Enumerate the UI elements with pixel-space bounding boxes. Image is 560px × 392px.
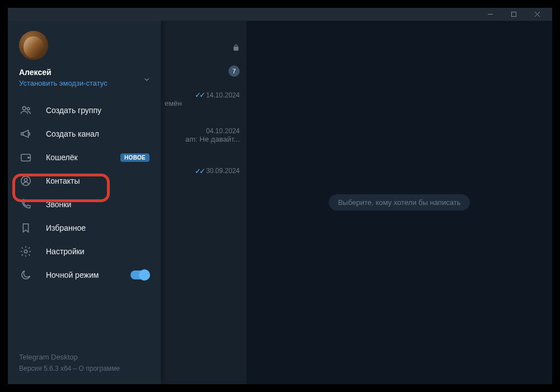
bookmark-icon — [19, 221, 32, 235]
menu-label: Настройки — [46, 247, 85, 256]
svg-point-7 — [28, 157, 29, 158]
gear-icon — [19, 245, 32, 258]
svg-point-4 — [22, 106, 26, 110]
content-area: 7 ✓✓14.10.2024 емён 04.10.2024 am: Не да… — [8, 21, 552, 384]
chat-date: ✓✓30.09.2024 — [195, 167, 240, 175]
menu-label: Контакты — [46, 176, 80, 185]
app-window: 7 ✓✓14.10.2024 емён 04.10.2024 am: Не да… — [8, 8, 552, 384]
menu-label: Создать группу — [46, 106, 101, 115]
menu-night-mode[interactable]: Ночной режим — [8, 263, 161, 287]
chevron-down-icon[interactable] — [143, 76, 151, 86]
profile-block: Алексей Установить эмодзи-статус — [8, 21, 161, 95]
chat-area: Выберите, кому хотели бы написать — [246, 21, 552, 384]
set-emoji-status[interactable]: Установить эмодзи-статус — [19, 79, 150, 87]
wallet-icon — [19, 151, 32, 164]
unread-badge: 7 — [228, 66, 240, 77]
menu-wallet[interactable]: Кошелёк НОВОЕ — [8, 146, 161, 169]
menu-label: Кошелёк — [46, 153, 78, 162]
close-button[interactable] — [525, 8, 549, 21]
lock-icon — [232, 44, 240, 53]
menu-saved[interactable]: Избранное — [8, 216, 161, 240]
menu-label: Избранное — [46, 223, 86, 232]
checks-icon: ✓✓ — [195, 167, 204, 175]
chat-preview: am: Не давайт... — [185, 135, 240, 143]
minimize-button[interactable] — [478, 8, 502, 21]
profile-name: Алексей — [19, 68, 150, 77]
megaphone-icon — [19, 127, 32, 141]
version-line: Версия 5.6.3 x64 – О программе — [19, 363, 150, 374]
new-badge: НОВОЕ — [120, 153, 150, 162]
menu-label: Звонки — [46, 200, 71, 209]
menu-settings[interactable]: Настройки — [8, 240, 161, 263]
main-menu: Алексей Установить эмодзи-статус Создать… — [8, 21, 161, 384]
svg-point-9 — [24, 178, 27, 181]
menu-list: Создать группу Создать канал Кошелёк НОВ… — [8, 95, 161, 290]
maximize-button[interactable] — [502, 8, 525, 21]
svg-point-10 — [24, 250, 27, 253]
chat-date: ✓✓14.10.2024 — [195, 91, 240, 99]
avatar[interactable] — [19, 31, 48, 60]
chat-list: 7 ✓✓14.10.2024 емён 04.10.2024 am: Не да… — [8, 21, 246, 384]
moon-icon — [19, 268, 32, 282]
checks-icon: ✓✓ — [195, 91, 204, 99]
menu-label: Создать канал — [46, 129, 99, 138]
menu-calls[interactable]: Звонки — [8, 193, 161, 216]
app-name: Telegram Desktop — [19, 352, 150, 363]
menu-create-channel[interactable]: Создать канал — [8, 122, 161, 146]
about-link[interactable]: О программе — [79, 365, 120, 372]
svg-rect-1 — [511, 12, 516, 17]
group-icon — [19, 104, 32, 117]
menu-create-group[interactable]: Создать группу — [8, 99, 161, 122]
chat-date: 04.10.2024 — [206, 127, 240, 135]
menu-contacts[interactable]: Контакты — [8, 169, 161, 193]
night-mode-toggle[interactable] — [130, 270, 150, 279]
svg-point-5 — [27, 108, 29, 110]
chat-preview: емён — [165, 99, 182, 108]
contact-icon — [19, 174, 32, 188]
menu-label: Ночной режим — [46, 270, 99, 279]
titlebar — [8, 8, 552, 21]
svg-point-8 — [21, 176, 31, 186]
phone-icon — [19, 198, 32, 211]
empty-placeholder: Выберите, кому хотели бы написать — [329, 194, 469, 211]
menu-footer: Telegram Desktop Версия 5.6.3 x64 – О пр… — [8, 352, 161, 384]
